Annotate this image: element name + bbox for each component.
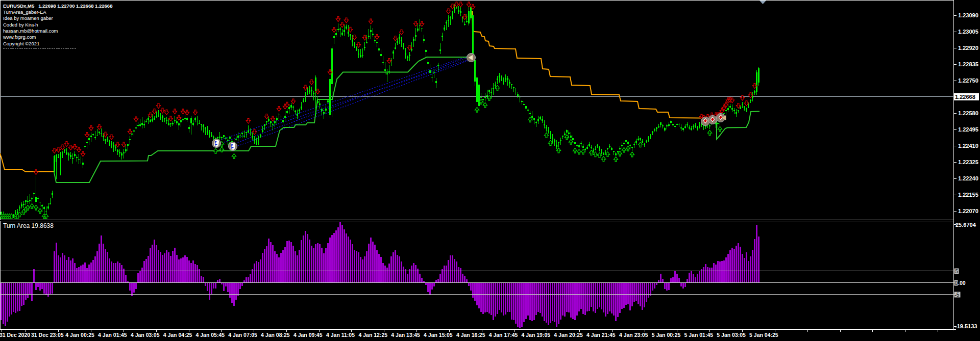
svg-text:4 Jan 21:45: 4 Jan 21:45 bbox=[586, 332, 616, 338]
svg-text:1.22750: 1.22750 bbox=[958, 77, 978, 84]
svg-text:25.6704: 25.6704 bbox=[955, 222, 976, 228]
svg-text:.00: .00 bbox=[958, 280, 966, 286]
svg-text:4 Jan 20:25: 4 Jan 20:25 bbox=[554, 332, 583, 338]
svg-text:1.22495: 1.22495 bbox=[958, 126, 978, 133]
svg-text:4 Jan 12:25: 4 Jan 12:25 bbox=[358, 332, 387, 338]
svg-text:5 Jan 04:25: 5 Jan 04:25 bbox=[749, 332, 778, 338]
svg-text:1.22668: 1.22668 bbox=[955, 94, 975, 100]
svg-text:5 Jan 03:05: 5 Jan 03:05 bbox=[717, 332, 746, 338]
svg-text:Turn Area 19.8638: Turn Area 19.8638 bbox=[3, 222, 54, 229]
svg-text:4 Jan 09:45: 4 Jan 09:45 bbox=[293, 332, 323, 338]
svg-text:4 Jan 23:05: 4 Jan 23:05 bbox=[619, 332, 648, 338]
svg-text:4 Jan 15:05: 4 Jan 15:05 bbox=[424, 332, 453, 338]
svg-text:1.22240: 1.22240 bbox=[958, 175, 978, 181]
svg-text:Idea by moamen gaber: Idea by moamen gaber bbox=[3, 15, 53, 21]
svg-text:1.22835: 1.22835 bbox=[958, 61, 978, 67]
svg-text:4 Jan 05:45: 4 Jan 05:45 bbox=[195, 332, 225, 338]
svg-text:4 Jan 03:05: 4 Jan 03:05 bbox=[131, 332, 160, 338]
svg-text:Coded by Kira-h: Coded by Kira-h bbox=[3, 22, 38, 28]
svg-text:4 Jan 07:05: 4 Jan 07:05 bbox=[228, 332, 257, 338]
svg-text:4 Jan 13:45: 4 Jan 13:45 bbox=[391, 332, 420, 338]
svg-text:31 Dec 23:05: 31 Dec 23:05 bbox=[31, 332, 64, 338]
svg-text:5: 5 bbox=[955, 269, 959, 274]
svg-text:1.22920: 1.22920 bbox=[958, 45, 978, 51]
svg-text:4 Jan 17:45: 4 Jan 17:45 bbox=[489, 332, 518, 338]
svg-text:5 Jan 01:45: 5 Jan 01:45 bbox=[684, 332, 713, 338]
svg-text:1.23005: 1.23005 bbox=[958, 29, 978, 35]
svg-text:TurnArea_gaber-EA: TurnArea_gaber-EA bbox=[3, 9, 46, 15]
svg-text:1.22410: 1.22410 bbox=[958, 143, 978, 149]
svg-text:1.22155: 1.22155 bbox=[958, 192, 978, 198]
svg-text:1.23090: 1.23090 bbox=[958, 12, 978, 18]
svg-text:4 Jan 08:25: 4 Jan 08:25 bbox=[261, 332, 290, 338]
svg-text:1.22070: 1.22070 bbox=[958, 208, 978, 214]
svg-text:4 Jan 04:25: 4 Jan 04:25 bbox=[163, 332, 192, 338]
svg-text:4 Jan 19:05: 4 Jan 19:05 bbox=[521, 332, 550, 338]
svg-text:1.22580: 1.22580 bbox=[958, 110, 978, 116]
svg-text:hassan.mb@hotmail.com: hassan.mb@hotmail.com bbox=[3, 28, 58, 34]
svg-text:www.fxprg.com: www.fxprg.com bbox=[3, 34, 36, 40]
svg-text:EURUSDx,M5 1.22698 1.22700 1: EURUSDx,M5 1.22698 1.22700 1.22668 1.226… bbox=[3, 3, 112, 9]
svg-text:Copyright ©2021: Copyright ©2021 bbox=[3, 41, 39, 46]
svg-text:-5: -5 bbox=[955, 292, 960, 298]
svg-text:-19.5133: -19.5133 bbox=[955, 323, 977, 329]
svg-text:4 Jan 00:25: 4 Jan 00:25 bbox=[65, 332, 94, 338]
svg-text:4 Jan 11:05: 4 Jan 11:05 bbox=[326, 332, 355, 338]
svg-text:5 Jan 00:25: 5 Jan 00:25 bbox=[652, 332, 681, 338]
svg-text:31 Dec 2020: 31 Dec 2020 bbox=[0, 332, 30, 338]
svg-text:1.22325: 1.22325 bbox=[958, 159, 978, 165]
svg-text:4 Jan 16:25: 4 Jan 16:25 bbox=[456, 332, 485, 338]
svg-text:4 Jan 01:45: 4 Jan 01:45 bbox=[98, 332, 127, 338]
svg-text:0: 0 bbox=[955, 280, 958, 286]
